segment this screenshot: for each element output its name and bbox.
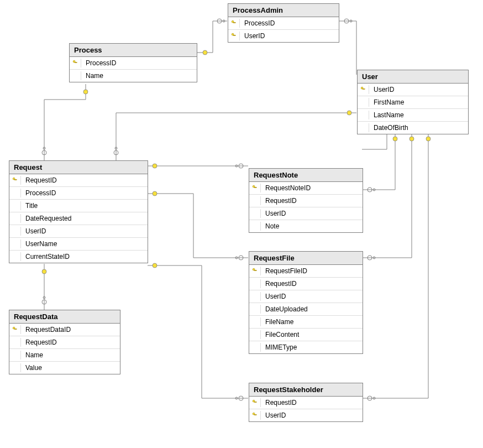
table-title: User <box>358 70 468 84</box>
key-icon <box>252 411 258 419</box>
table-column: RequestID <box>249 397 363 409</box>
key-icon <box>72 59 78 67</box>
table-column: DateRequested <box>9 212 148 225</box>
table-title: RequestFile <box>249 252 363 265</box>
table-title: RequestData <box>9 310 120 324</box>
table-column: RequestID <box>249 278 363 290</box>
table-title: RequestStakeholder <box>249 383 363 397</box>
table-column: UserID <box>9 225 148 238</box>
table-request[interactable]: Request RequestID ProcessID Title DateRe… <box>9 160 148 263</box>
key-icon <box>252 267 258 275</box>
table-column: UserID <box>249 409 363 421</box>
table-column: ProcessID <box>70 57 197 70</box>
table-process[interactable]: Process ProcessID Name <box>69 43 197 82</box>
table-column: RequestID <box>9 174 148 187</box>
table-column: CurrentStateID <box>9 251 148 263</box>
table-column: LastName <box>358 109 468 122</box>
table-column: Name <box>70 70 197 82</box>
key-icon <box>12 326 18 334</box>
table-column: MIMEType <box>249 341 363 353</box>
table-column: FileContent <box>249 329 363 341</box>
key-icon <box>252 399 258 407</box>
svg-rect-18 <box>14 329 17 329</box>
table-column: FirstName <box>358 96 468 109</box>
table-requestdata[interactable]: RequestData RequestDataID RequestID Name… <box>9 310 120 374</box>
table-requeststakeholder[interactable]: RequestStakeholder RequestID UserID <box>249 383 363 422</box>
table-column: DateOfBirth <box>358 122 468 134</box>
svg-rect-22 <box>254 414 256 415</box>
table-column: Value <box>9 362 120 374</box>
key-icon <box>252 184 258 192</box>
key-icon <box>360 86 366 93</box>
table-column: UserName <box>9 238 148 251</box>
table-column: ProcessID <box>228 17 339 30</box>
svg-rect-16 <box>254 270 256 270</box>
table-title: Request <box>9 161 148 174</box>
table-title: ProcessAdmin <box>228 4 339 17</box>
table-requestnote[interactable]: RequestNote RequestNoteID RequestID User… <box>249 168 363 233</box>
table-column: FileName <box>249 316 363 329</box>
svg-rect-10 <box>363 88 365 89</box>
table-column: UserID <box>358 84 468 96</box>
key-icon <box>231 32 237 40</box>
table-column: RequestDataID <box>9 324 120 336</box>
table-column: ProcessID <box>9 187 148 200</box>
table-column: Title <box>9 200 148 212</box>
table-requestfile[interactable]: RequestFile RequestFileID RequestID User… <box>249 251 363 354</box>
key-icon <box>231 19 237 27</box>
svg-rect-6 <box>233 35 235 35</box>
table-column: UserID <box>228 30 339 42</box>
table-column: RequestNoteID <box>249 182 363 195</box>
table-title: RequestNote <box>249 169 363 182</box>
table-column: RequestFileID <box>249 265 363 278</box>
svg-rect-20 <box>254 402 256 402</box>
table-column: Name <box>9 349 120 362</box>
table-column: RequestID <box>9 336 120 349</box>
svg-rect-4 <box>233 22 235 23</box>
table-column: DateUploaded <box>249 303 363 316</box>
svg-rect-14 <box>254 187 256 187</box>
table-processadmin[interactable]: ProcessAdmin ProcessID UserID <box>228 3 339 43</box>
table-title: Process <box>70 44 197 57</box>
table-column: RequestID <box>249 195 363 207</box>
table-column: UserID <box>249 207 363 220</box>
svg-rect-12 <box>14 179 17 180</box>
table-user[interactable]: User UserID FirstName LastName DateOfBir… <box>357 70 469 134</box>
key-icon <box>12 176 18 184</box>
table-column: UserID <box>249 290 363 303</box>
svg-rect-8 <box>75 62 77 62</box>
table-column: Note <box>249 220 363 232</box>
